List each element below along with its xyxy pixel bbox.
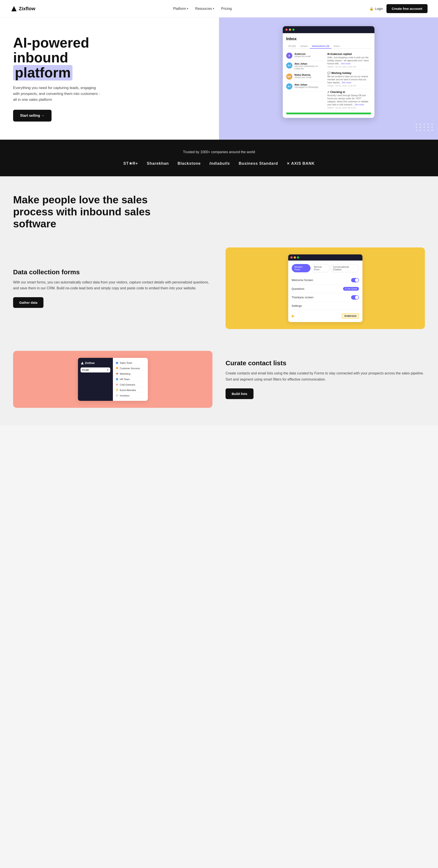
hero-section: AI-powered inbound platform Everything y… [0,18,438,140]
logo-indiabulls: Indiabulls [209,161,230,166]
list-item[interactable]: 📣 Marketing [116,371,145,376]
list-item[interactable]: AJ Alex Johan messaged on WhatsApp [286,82,324,91]
form-tab-normal[interactable]: Normal Form [311,264,329,272]
list-icon: ▾ [82,369,84,371]
form-card: Modern Form Normal Form Conversational C… [288,254,362,322]
feature-text-1: Data collection forms With our smart for… [13,269,212,308]
minimize-dot [294,256,296,258]
logo-axis-bank: ✕ AXIS BANK [287,161,315,166]
list-icon-marketing: 📣 [116,372,119,375]
contact-card-wrapper: Zixflow ▾ List + 👥 Sales Tea [13,351,212,408]
list-item[interactable]: ℹ Investors [116,393,145,398]
form-body: Modern Form Normal Form Conversational C… [288,260,362,322]
logo-sharekhan: Sharekhan [147,161,169,166]
inbox-tabs: All (68) Details Interactions (3) Notes [286,44,371,49]
list-item[interactable]: 🧡 Customer Success [116,366,145,371]
list-item[interactable]: A Anderson clicked the email [286,51,324,61]
sidebar-nav: ▾ List + [81,367,110,372]
logo[interactable]: Zixflow [10,5,35,12]
tab-details[interactable]: Details [298,44,310,48]
create-account-button[interactable]: Create free account [386,4,428,13]
list-icon-cs: 🧡 [116,367,119,370]
hero-subtitle: Everything you need for capturing leads,… [13,85,100,103]
svg-marker-1 [11,6,14,11]
chevron-down-icon: ▾ [213,7,214,10]
form-card-topbar [288,254,362,260]
list-icon-hr: 👤 [116,378,119,381]
form-card-wrapper: Modern Form Normal Form Conversational C… [226,247,425,329]
close-dot [285,29,288,31]
feature-title-1: Data collection forms [13,269,212,276]
inbox-title: Inbox [286,37,371,41]
chevron-down-icon: ▾ [187,7,188,10]
nav-actions: 🔒 Login Create free account [370,4,428,13]
feature-desc-2: Create contacts and email lists using th… [226,370,425,382]
list-item[interactable]: ❄ Cold Outreach [116,382,145,387]
logos-row: ST★R+ Sharekhan Blackstone Indiabulls Bu… [10,161,428,166]
dots-grid [416,124,434,131]
tab-notes[interactable]: Notes [331,44,342,48]
feature-data-collection: Data collection forms With our smart for… [13,247,425,329]
list-icon-event: 🏆 [116,389,119,392]
close-dot [290,256,293,258]
contact-list-items: 👥 Sales Team 🧡 Customer Success 📣 Market… [116,361,145,398]
trusted-section: Trusted by 1000+ companies around the wo… [0,140,438,176]
tab-interactions[interactable]: Interactions (3) [310,44,331,49]
contact-sidebar: Zixflow ▾ List + [78,358,113,401]
sidebar-logo: Zixflow [81,361,110,365]
list-icon-investors: ℹ [116,394,119,397]
form-row-settings: Settings [292,302,359,310]
form-tab-chatbot[interactable]: Conversational Chatbot [330,264,359,272]
form-row-questions: Questions 4 Live Quest [292,285,359,293]
nav-links: Platform ▾ Resources ▾ Pricing [173,7,232,11]
start-selling-button[interactable]: Start selling → [13,110,52,122]
sidebar-logo-icon [81,361,84,365]
gather-data-button[interactable]: Gather data [13,297,43,308]
sidebar-list-button[interactable]: ▾ List + [81,367,110,372]
list-item[interactable]: 🏆 Event Attendee [116,388,145,393]
hero-left: AI-powered inbound platform Everything y… [0,18,219,140]
interaction-item: 💬 Wishing holiday We are excited to have… [327,70,371,89]
navbar: Zixflow Platform ▾ Resources ▾ Pricing 🔒… [0,0,438,18]
contact-card: Zixflow ▾ List + 👥 Sales Tea [78,358,148,401]
nav-platform[interactable]: Platform ▾ [173,7,188,11]
list-item[interactable]: 👥 Sales Team [116,361,145,366]
nav-resources[interactable]: Resources ▾ [195,7,214,11]
form-row-welcome: Welcome Screen [292,276,359,285]
interaction-item: ✉ Anderson replied Hello, Just dropping … [327,51,371,70]
login-button[interactable]: 🔒 Login [370,7,383,11]
interaction-panel: ✉ Anderson replied Hello, Just dropping … [327,51,371,111]
minimize-dot [289,29,291,31]
list-item[interactable]: 👤 HR Team [116,377,145,382]
trusted-label: Trusted by 1000+ companies around the wo… [10,150,428,154]
build-lists-button[interactable]: Build lists [226,389,254,399]
anderson-tag: Anderson [342,313,359,318]
cursor-icon: ▶ [292,314,295,318]
list-item[interactable]: NS Nisha Sharma closed your email [286,72,324,82]
features-headline: Make people love the sales process with … [13,194,166,230]
add-list-icon[interactable]: + [107,369,108,371]
feature-desc-1: With our smart forms, you can automatica… [13,279,212,291]
logo-business-standard: Business Standard [239,161,278,166]
feature-contact-lists: Zixflow ▾ List + 👥 Sales Tea [13,351,425,408]
feature-text-2: Curate contact lists Create contacts and… [226,360,425,399]
avatar: AJ [286,83,292,90]
avatar: AJ [286,62,292,68]
expand-dot [292,29,295,31]
welcome-toggle[interactable] [351,278,359,282]
nav-pricing[interactable]: Pricing [221,7,232,11]
list-item[interactable]: AJ Alex Johan new form submission on Lea… [286,61,324,72]
form-tab-modern[interactable]: Modern Form [292,264,311,272]
inbox-card: Inbox All (68) Details Interactions (3) … [283,26,375,118]
thankyou-toggle[interactable] [351,295,359,300]
logo-icon [10,5,18,12]
svg-marker-3 [81,362,82,364]
questions-badge: 4 Live Quest [343,287,359,291]
logo-star: ST★R+ [123,161,138,166]
logo-blackstone: Blackstone [177,161,201,166]
green-bar [286,113,371,114]
contact-main: 👥 Sales Team 🧡 Customer Success 📣 Market… [113,358,148,401]
avatar: NS [286,73,292,80]
tab-all[interactable]: All (68) [286,44,298,48]
list-icon-sales: 👥 [116,361,119,364]
